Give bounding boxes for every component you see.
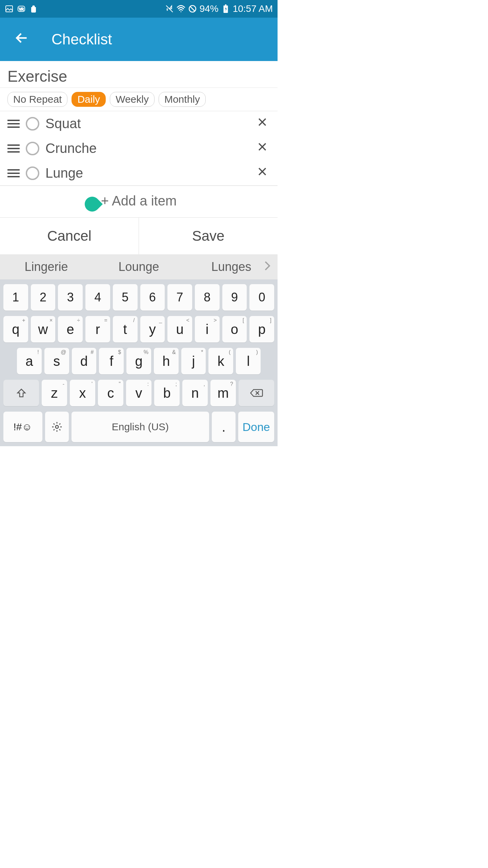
- backspace-key[interactable]: [239, 380, 274, 406]
- key-b[interactable]: b;: [154, 380, 180, 406]
- key-g[interactable]: g%: [126, 348, 151, 374]
- battery-text: 94%: [200, 3, 219, 14]
- svg-text:VR: VR: [19, 7, 24, 11]
- app-bar: Checklist: [0, 18, 278, 61]
- key-m[interactable]: m?: [210, 380, 236, 406]
- key-4[interactable]: 4: [85, 284, 110, 311]
- key-2[interactable]: 2: [31, 284, 56, 311]
- item-text-input[interactable]: Crunche: [45, 141, 250, 156]
- wifi-icon: [177, 4, 185, 13]
- page-title: Checklist: [52, 31, 112, 48]
- suggestion[interactable]: Lounge: [93, 260, 185, 274]
- key-q[interactable]: q+: [3, 316, 28, 342]
- item-checkbox[interactable]: [26, 166, 39, 180]
- cancel-button[interactable]: Cancel: [0, 218, 139, 254]
- key-a[interactable]: a!: [17, 348, 42, 374]
- no-sync-icon: [188, 4, 197, 13]
- key-s[interactable]: s@: [44, 348, 69, 374]
- battery-icon: [221, 4, 230, 13]
- keyboard: 1234567890 q+w×e÷r=t/y_u<i>o[p] a!s@d#f$…: [0, 279, 278, 446]
- key-j[interactable]: j*: [181, 348, 206, 374]
- item-checkbox[interactable]: [26, 142, 39, 155]
- key-z[interactable]: z-: [42, 380, 67, 406]
- key-k[interactable]: k(: [208, 348, 233, 374]
- key-3[interactable]: 3: [58, 284, 83, 311]
- drag-handle-icon[interactable]: [7, 144, 20, 153]
- key-7[interactable]: 7: [167, 284, 192, 311]
- drag-handle-icon[interactable]: [7, 120, 20, 128]
- time-text: 10:57 AM: [233, 3, 273, 14]
- key-6[interactable]: 6: [140, 284, 165, 311]
- bag-icon: [29, 4, 38, 13]
- drag-handle-icon[interactable]: [7, 169, 20, 177]
- key-i[interactable]: i>: [195, 316, 220, 342]
- key-r[interactable]: r=: [85, 316, 110, 342]
- key-1[interactable]: 1: [3, 284, 28, 311]
- key-8[interactable]: 8: [195, 284, 220, 311]
- gallery-icon: [5, 4, 14, 13]
- symbols-key[interactable]: !#☺: [3, 412, 42, 442]
- delete-item-icon[interactable]: [257, 166, 268, 180]
- back-arrow-icon[interactable]: [14, 31, 29, 48]
- key-o[interactable]: o[: [222, 316, 247, 342]
- key-5[interactable]: 5: [113, 284, 138, 311]
- key-9[interactable]: 9: [222, 284, 247, 311]
- key-h[interactable]: h&: [154, 348, 179, 374]
- key-p[interactable]: p]: [249, 316, 274, 342]
- item-checkbox[interactable]: [26, 117, 39, 131]
- key-f[interactable]: f$: [99, 348, 124, 374]
- item-text-input[interactable]: Lunge: [45, 165, 250, 181]
- svg-rect-0: [6, 6, 13, 12]
- key-u[interactable]: u<: [167, 316, 192, 342]
- save-button[interactable]: Save: [139, 218, 278, 254]
- key-t[interactable]: t/: [113, 316, 138, 342]
- period-key[interactable]: .: [212, 412, 236, 442]
- repeat-weekly[interactable]: Weekly: [110, 92, 155, 107]
- key-e[interactable]: e÷: [58, 316, 83, 342]
- key-w[interactable]: w×: [31, 316, 56, 342]
- key-y[interactable]: y_: [140, 316, 165, 342]
- svg-rect-5: [225, 4, 226, 5]
- keyboard-suggestions: Lingerie Lounge Lunges: [0, 254, 278, 279]
- delete-item-icon[interactable]: [257, 116, 268, 131]
- shift-key[interactable]: [3, 380, 39, 406]
- vr-icon: VR: [17, 4, 26, 13]
- key-d[interactable]: d#: [72, 348, 97, 374]
- suggestion[interactable]: Lingerie: [0, 260, 93, 274]
- key-v[interactable]: v:: [126, 380, 151, 406]
- key-x[interactable]: x': [70, 380, 95, 406]
- key-0[interactable]: 0: [249, 284, 274, 311]
- key-n[interactable]: n,: [182, 380, 208, 406]
- checklist-item: Lunge: [0, 161, 278, 186]
- action-row: Cancel Save: [0, 218, 278, 254]
- vibrate-icon: [165, 4, 174, 13]
- repeat-options: No Repeat Daily Weekly Monthly: [0, 88, 278, 111]
- settings-key[interactable]: [45, 412, 69, 442]
- suggestion-more-icon[interactable]: [264, 261, 271, 273]
- repeat-no-repeat[interactable]: No Repeat: [7, 92, 67, 107]
- add-item-button[interactable]: + Add a item: [0, 186, 278, 218]
- checklist-item: Crunche: [0, 136, 278, 161]
- delete-item-icon[interactable]: [257, 141, 268, 156]
- space-key[interactable]: English (US): [72, 412, 209, 442]
- repeat-daily[interactable]: Daily: [72, 92, 106, 107]
- repeat-monthly[interactable]: Monthly: [159, 92, 206, 107]
- key-c[interactable]: c": [98, 380, 123, 406]
- checklist-title-input[interactable]: Exercise: [0, 61, 278, 88]
- checklist-item: Squat: [0, 111, 278, 136]
- done-key[interactable]: Done: [238, 412, 274, 442]
- status-bar: VR 94% 10:57 AM: [0, 0, 278, 18]
- item-text-input[interactable]: Squat: [45, 116, 250, 131]
- key-l[interactable]: l): [236, 348, 261, 374]
- svg-point-6: [56, 426, 59, 429]
